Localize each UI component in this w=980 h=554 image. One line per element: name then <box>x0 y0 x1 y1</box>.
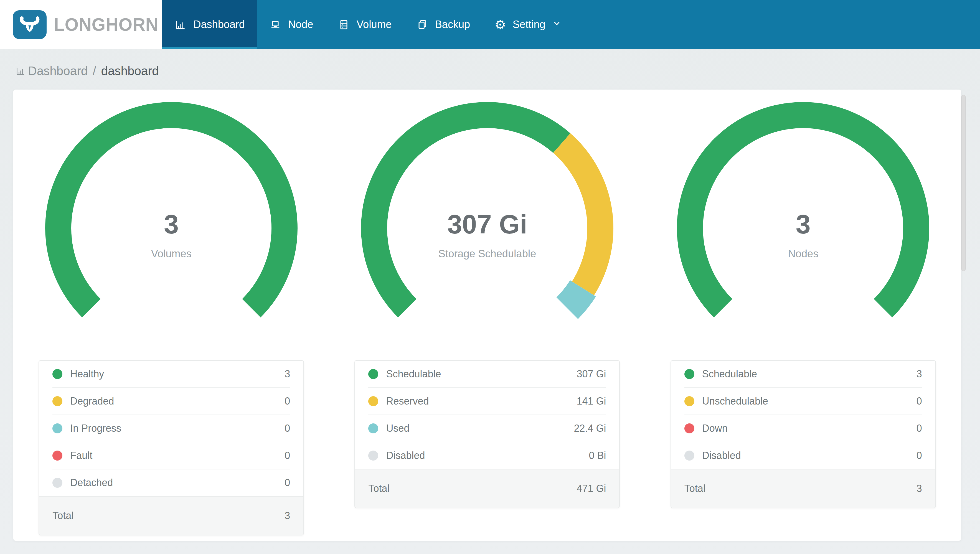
legend-label: Schedulable <box>386 368 441 380</box>
volumes-gauge-chart <box>44 101 299 356</box>
legend-label: Reserved <box>386 395 429 407</box>
total-row: Total 3 <box>39 496 303 535</box>
legend-label: Degraded <box>70 395 114 407</box>
legend-value: 0 <box>285 395 290 407</box>
schedulable-dot <box>684 369 694 379</box>
copy-icon <box>416 19 428 31</box>
legend-label: Unschedulable <box>702 395 768 407</box>
nav-tab-label: Setting <box>513 19 546 30</box>
legend-row-disabled: Disabled 0 Bi <box>355 442 619 469</box>
volumes-panel: 3 Volumes Healthy 3 Degraded 0 In Progre… <box>13 89 329 541</box>
legend-value: 141 Gi <box>576 395 606 407</box>
nodes-gauge-chart <box>676 101 931 356</box>
degraded-dot <box>52 396 62 406</box>
main-nav: Dashboard Node Volume Backup <box>162 0 980 49</box>
legend-row-down: Down 0 <box>671 415 935 442</box>
nodes-panel: 3 Nodes Schedulable 3 Unschedulable 0 Do… <box>645 89 961 541</box>
legend-row-healthy: Healthy 3 <box>39 361 303 387</box>
breadcrumb-separator: / <box>92 64 96 78</box>
nav-tab-label: Node <box>288 19 313 30</box>
used-dot <box>368 423 378 433</box>
legend-row-unschedulable: Unschedulable 0 <box>671 388 935 414</box>
storage-gauge: 307 Gi Storage Schedulable <box>360 101 615 356</box>
storage-gauge-chart <box>360 101 615 356</box>
legend-value: 0 <box>916 423 922 434</box>
chevron-down-icon <box>552 19 562 30</box>
nav-tab-label: Backup <box>435 19 470 30</box>
storage-legend-table: Schedulable 307 Gi Reserved 141 Gi Used … <box>355 360 620 508</box>
legend-row-fault: Fault 0 <box>39 442 303 469</box>
legend-value: 0 <box>285 450 290 462</box>
reserved-dot <box>368 396 378 406</box>
legend-row-schedulable: Schedulable 307 Gi <box>355 361 619 387</box>
legend-label: In Progress <box>70 423 121 434</box>
legend-value: 307 Gi <box>576 368 606 380</box>
total-label: Total <box>684 483 705 494</box>
legend-row-in-progress: In Progress 0 <box>39 415 303 442</box>
detached-dot <box>52 478 62 488</box>
gear-icon: ⚙ <box>495 18 506 31</box>
laptop-icon <box>269 19 282 31</box>
legend-label: Used <box>386 423 409 434</box>
dashboard-card: 3 Volumes Healthy 3 Degraded 0 In Progre… <box>13 89 961 541</box>
total-value: 3 <box>285 510 290 522</box>
legend-value: 0 <box>916 450 922 462</box>
legend-row-disabled: Disabled 0 <box>671 442 935 469</box>
storage-panel: 307 Gi Storage Schedulable Schedulable 3… <box>329 89 645 541</box>
nodes-gauge: 3 Nodes <box>676 101 931 356</box>
fault-dot <box>52 451 62 460</box>
legend-row-schedulable: Schedulable 3 <box>671 361 935 387</box>
nav-tab-backup[interactable]: Backup <box>404 0 482 49</box>
brand-name: LONGHORN <box>54 14 158 35</box>
healthy-dot <box>52 369 62 379</box>
breadcrumb-section[interactable]: Dashboard <box>28 64 88 78</box>
longhorn-logo <box>13 10 46 39</box>
vertical-scrollbar-thumb[interactable] <box>961 95 966 271</box>
legend-value: 0 <box>285 477 290 489</box>
total-row: Total 471 Gi <box>355 469 619 508</box>
nav-tab-setting[interactable]: ⚙ Setting <box>482 0 574 49</box>
bull-icon <box>16 11 43 38</box>
legend-label: Schedulable <box>702 368 757 380</box>
legend-label: Disabled <box>702 450 741 462</box>
unschedulable-dot <box>684 396 694 406</box>
down-dot <box>684 423 694 433</box>
bar-chart-icon <box>174 19 187 31</box>
logo-area[interactable]: LONGHORN <box>0 0 162 49</box>
top-navbar: LONGHORN Dashboard Node Volume <box>0 0 980 49</box>
total-row: Total 3 <box>671 469 935 508</box>
nav-tab-label: Dashboard <box>193 19 245 30</box>
nav-tab-label: Volume <box>356 19 392 30</box>
legend-row-degraded: Degraded 0 <box>39 388 303 414</box>
legend-label: Disabled <box>386 450 425 462</box>
legend-label: Detached <box>70 477 113 489</box>
legend-row-used: Used 22.4 Gi <box>355 415 619 442</box>
legend-value: 3 <box>285 368 290 380</box>
legend-row-reserved: Reserved 141 Gi <box>355 388 619 414</box>
disabled-dot <box>684 451 694 460</box>
legend-value: 0 <box>285 423 290 434</box>
legend-value: 22.4 Gi <box>574 423 606 434</box>
legend-label: Healthy <box>70 368 104 380</box>
bar-chart-icon <box>15 66 26 76</box>
breadcrumb: Dashboard / dashboard <box>15 64 980 78</box>
total-label: Total <box>368 483 389 494</box>
total-label: Total <box>52 510 73 522</box>
legend-label: Down <box>702 423 728 434</box>
in-progress-dot <box>52 423 62 433</box>
volumes-legend-table: Healthy 3 Degraded 0 In Progress 0 Fault… <box>38 360 304 535</box>
total-value: 471 Gi <box>576 483 606 494</box>
nav-tab-volume[interactable]: Volume <box>326 0 404 49</box>
server-icon <box>338 19 350 31</box>
disabled-dot <box>368 451 378 460</box>
legend-value: 0 <box>916 395 922 407</box>
nav-tab-node[interactable]: Node <box>257 0 326 49</box>
nodes-legend-table: Schedulable 3 Unschedulable 0 Down 0 Dis… <box>671 360 936 508</box>
nav-tab-dashboard[interactable]: Dashboard <box>162 0 257 49</box>
legend-value: 0 Bi <box>589 450 606 462</box>
legend-value: 3 <box>916 368 922 380</box>
legend-row-detached: Detached 0 <box>39 470 303 496</box>
total-value: 3 <box>916 483 922 494</box>
volumes-gauge: 3 Volumes <box>44 101 299 356</box>
schedulable-dot <box>368 369 378 379</box>
